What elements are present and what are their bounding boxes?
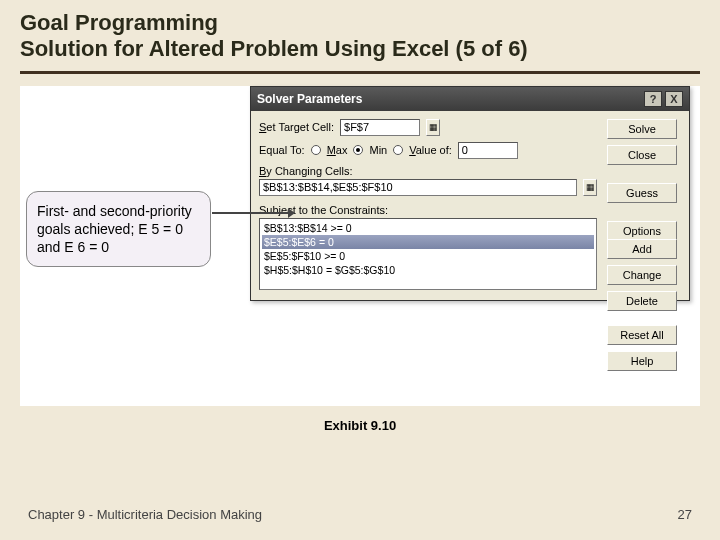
label-value-of: Value of: bbox=[409, 144, 452, 156]
radio-min[interactable] bbox=[353, 145, 363, 155]
footer-page-number: 27 bbox=[678, 507, 692, 522]
constraint-row[interactable]: $H$5:$H$10 = $G$5:$G$10 bbox=[262, 263, 594, 277]
title-line-1: Goal Programming bbox=[20, 10, 700, 36]
slide-footer: Chapter 9 - Multicriteria Decision Makin… bbox=[0, 507, 720, 522]
range-picker-button[interactable]: ▦ bbox=[426, 119, 440, 136]
help-icon: ? bbox=[650, 93, 657, 105]
grid-icon: ▦ bbox=[586, 182, 595, 192]
dialog-body: Set Target Cell: $F$7 ▦ Equal To: Max Mi… bbox=[251, 111, 689, 300]
close-button[interactable]: X bbox=[665, 91, 683, 107]
change-constraint-button[interactable]: Change bbox=[607, 265, 677, 285]
value-of-input[interactable]: 0 bbox=[458, 142, 518, 159]
annotation-text: First- and second-priority goals achieve… bbox=[37, 203, 192, 255]
grid-icon: ▦ bbox=[429, 122, 438, 132]
options-button[interactable]: Options bbox=[607, 221, 677, 241]
title-rule bbox=[20, 71, 700, 74]
target-cell-input[interactable]: $F$7 bbox=[340, 119, 420, 136]
guess-button[interactable]: Guess bbox=[607, 183, 677, 203]
label-min: Min bbox=[369, 144, 387, 156]
radio-value-of[interactable] bbox=[393, 145, 403, 155]
title-line-2: Solution for Altered Problem Using Excel… bbox=[20, 36, 700, 62]
add-constraint-button[interactable]: Add bbox=[607, 239, 677, 259]
delete-constraint-button[interactable]: Delete bbox=[607, 291, 677, 311]
help-link-button[interactable]: Help bbox=[607, 351, 677, 371]
label-max: Max bbox=[327, 144, 348, 156]
dialog-title: Solver Parameters bbox=[257, 92, 644, 106]
close-icon: X bbox=[670, 93, 677, 105]
label-subject-to-constraints: Subject to the Constraints: bbox=[259, 204, 597, 216]
exhibit-caption: Exhibit 9.10 bbox=[0, 418, 720, 433]
constraint-row[interactable]: $E$5:$F$10 >= 0 bbox=[262, 249, 594, 263]
label-by-changing-cells: By Changing Cells: bbox=[259, 165, 597, 177]
changing-cells-input[interactable]: $B$13:$B$14,$E$5:$F$10 bbox=[259, 179, 577, 196]
footer-chapter: Chapter 9 - Multicriteria Decision Makin… bbox=[28, 507, 262, 522]
annotation-connector bbox=[212, 212, 290, 214]
annotation-callout: First- and second-priority goals achieve… bbox=[26, 191, 211, 268]
dialog-titlebar: Solver Parameters ? X bbox=[251, 87, 689, 111]
close-dialog-button[interactable]: Close bbox=[607, 145, 677, 165]
constraint-row[interactable]: $E$5:$E$6 = 0 bbox=[262, 235, 594, 249]
label-equal-to: Equal To: bbox=[259, 144, 305, 156]
solver-parameters-dialog: Solver Parameters ? X Set Target Cell: $… bbox=[250, 86, 690, 301]
help-button[interactable]: ? bbox=[644, 91, 662, 107]
content-area: First- and second-priority goals achieve… bbox=[20, 86, 700, 406]
annotation-arrowhead-icon bbox=[288, 208, 295, 218]
label-set-target-cell: Set Target Cell: bbox=[259, 121, 334, 133]
reset-all-button[interactable]: Reset All bbox=[607, 325, 677, 345]
constraints-listbox[interactable]: $B$13:$B$14 >= 0 $E$5:$E$6 = 0 $E$5:$F$1… bbox=[259, 218, 597, 290]
slide-title: Goal Programming Solution for Altered Pr… bbox=[0, 0, 720, 71]
solve-button[interactable]: Solve bbox=[607, 119, 677, 139]
range-picker-button-2[interactable]: ▦ bbox=[583, 179, 597, 196]
radio-max[interactable] bbox=[311, 145, 321, 155]
constraint-row[interactable]: $B$13:$B$14 >= 0 bbox=[262, 221, 594, 235]
